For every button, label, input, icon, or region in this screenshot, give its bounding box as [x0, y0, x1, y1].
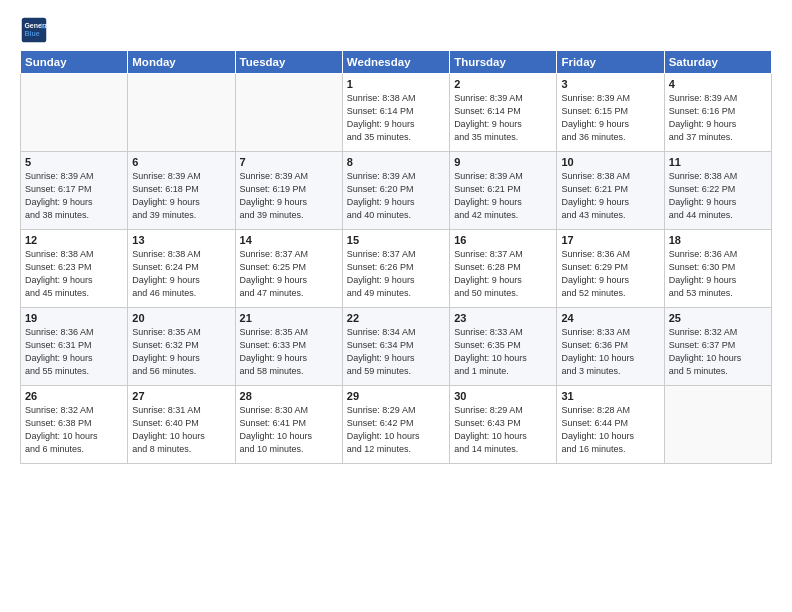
day-info: Sunrise: 8:34 AM Sunset: 6:34 PM Dayligh… — [347, 326, 445, 378]
day-number: 29 — [347, 390, 445, 402]
day-info: Sunrise: 8:38 AM Sunset: 6:22 PM Dayligh… — [669, 170, 767, 222]
day-info: Sunrise: 8:38 AM Sunset: 6:23 PM Dayligh… — [25, 248, 123, 300]
weekday-header-monday: Monday — [128, 51, 235, 74]
day-number: 18 — [669, 234, 767, 246]
calendar-cell — [128, 74, 235, 152]
calendar-cell: 10Sunrise: 8:38 AM Sunset: 6:21 PM Dayli… — [557, 152, 664, 230]
weekday-header-sunday: Sunday — [21, 51, 128, 74]
weekday-header-tuesday: Tuesday — [235, 51, 342, 74]
day-number: 22 — [347, 312, 445, 324]
weekday-header-row: SundayMondayTuesdayWednesdayThursdayFrid… — [21, 51, 772, 74]
day-info: Sunrise: 8:39 AM Sunset: 6:17 PM Dayligh… — [25, 170, 123, 222]
day-info: Sunrise: 8:39 AM Sunset: 6:20 PM Dayligh… — [347, 170, 445, 222]
day-number: 15 — [347, 234, 445, 246]
calendar-cell: 13Sunrise: 8:38 AM Sunset: 6:24 PM Dayli… — [128, 230, 235, 308]
calendar-cell: 8Sunrise: 8:39 AM Sunset: 6:20 PM Daylig… — [342, 152, 449, 230]
calendar-cell: 24Sunrise: 8:33 AM Sunset: 6:36 PM Dayli… — [557, 308, 664, 386]
calendar-cell: 28Sunrise: 8:30 AM Sunset: 6:41 PM Dayli… — [235, 386, 342, 464]
weekday-header-wednesday: Wednesday — [342, 51, 449, 74]
day-number: 21 — [240, 312, 338, 324]
day-info: Sunrise: 8:39 AM Sunset: 6:19 PM Dayligh… — [240, 170, 338, 222]
calendar-cell — [235, 74, 342, 152]
day-info: Sunrise: 8:33 AM Sunset: 6:36 PM Dayligh… — [561, 326, 659, 378]
day-number: 10 — [561, 156, 659, 168]
calendar-cell: 14Sunrise: 8:37 AM Sunset: 6:25 PM Dayli… — [235, 230, 342, 308]
weekday-header-saturday: Saturday — [664, 51, 771, 74]
calendar-cell: 9Sunrise: 8:39 AM Sunset: 6:21 PM Daylig… — [450, 152, 557, 230]
calendar-cell: 30Sunrise: 8:29 AM Sunset: 6:43 PM Dayli… — [450, 386, 557, 464]
day-number: 23 — [454, 312, 552, 324]
week-row-2: 5Sunrise: 8:39 AM Sunset: 6:17 PM Daylig… — [21, 152, 772, 230]
calendar-cell: 19Sunrise: 8:36 AM Sunset: 6:31 PM Dayli… — [21, 308, 128, 386]
calendar-cell: 22Sunrise: 8:34 AM Sunset: 6:34 PM Dayli… — [342, 308, 449, 386]
day-info: Sunrise: 8:39 AM Sunset: 6:14 PM Dayligh… — [454, 92, 552, 144]
calendar-cell: 25Sunrise: 8:32 AM Sunset: 6:37 PM Dayli… — [664, 308, 771, 386]
day-info: Sunrise: 8:35 AM Sunset: 6:32 PM Dayligh… — [132, 326, 230, 378]
calendar-cell: 27Sunrise: 8:31 AM Sunset: 6:40 PM Dayli… — [128, 386, 235, 464]
calendar-cell: 23Sunrise: 8:33 AM Sunset: 6:35 PM Dayli… — [450, 308, 557, 386]
day-info: Sunrise: 8:36 AM Sunset: 6:31 PM Dayligh… — [25, 326, 123, 378]
calendar-cell: 18Sunrise: 8:36 AM Sunset: 6:30 PM Dayli… — [664, 230, 771, 308]
svg-text:Blue: Blue — [24, 30, 39, 37]
day-info: Sunrise: 8:36 AM Sunset: 6:29 PM Dayligh… — [561, 248, 659, 300]
calendar-container: General Blue SundayMondayTuesdayWednesda… — [0, 0, 792, 612]
day-info: Sunrise: 8:32 AM Sunset: 6:37 PM Dayligh… — [669, 326, 767, 378]
day-number: 30 — [454, 390, 552, 402]
day-number: 31 — [561, 390, 659, 402]
day-info: Sunrise: 8:39 AM Sunset: 6:18 PM Dayligh… — [132, 170, 230, 222]
day-number: 4 — [669, 78, 767, 90]
calendar-cell — [21, 74, 128, 152]
calendar-cell: 3Sunrise: 8:39 AM Sunset: 6:15 PM Daylig… — [557, 74, 664, 152]
day-number: 3 — [561, 78, 659, 90]
day-info: Sunrise: 8:29 AM Sunset: 6:43 PM Dayligh… — [454, 404, 552, 456]
weekday-header-thursday: Thursday — [450, 51, 557, 74]
logo: General Blue — [20, 16, 52, 44]
calendar-cell — [664, 386, 771, 464]
day-number: 13 — [132, 234, 230, 246]
week-row-1: 1Sunrise: 8:38 AM Sunset: 6:14 PM Daylig… — [21, 74, 772, 152]
day-info: Sunrise: 8:39 AM Sunset: 6:21 PM Dayligh… — [454, 170, 552, 222]
day-info: Sunrise: 8:38 AM Sunset: 6:21 PM Dayligh… — [561, 170, 659, 222]
day-number: 6 — [132, 156, 230, 168]
calendar-cell: 6Sunrise: 8:39 AM Sunset: 6:18 PM Daylig… — [128, 152, 235, 230]
day-number: 19 — [25, 312, 123, 324]
day-info: Sunrise: 8:37 AM Sunset: 6:26 PM Dayligh… — [347, 248, 445, 300]
calendar-table: SundayMondayTuesdayWednesdayThursdayFrid… — [20, 50, 772, 464]
calendar-cell: 21Sunrise: 8:35 AM Sunset: 6:33 PM Dayli… — [235, 308, 342, 386]
day-number: 28 — [240, 390, 338, 402]
calendar-cell: 7Sunrise: 8:39 AM Sunset: 6:19 PM Daylig… — [235, 152, 342, 230]
day-number: 27 — [132, 390, 230, 402]
day-number: 11 — [669, 156, 767, 168]
day-number: 24 — [561, 312, 659, 324]
calendar-cell: 15Sunrise: 8:37 AM Sunset: 6:26 PM Dayli… — [342, 230, 449, 308]
calendar-cell: 31Sunrise: 8:28 AM Sunset: 6:44 PM Dayli… — [557, 386, 664, 464]
day-number: 5 — [25, 156, 123, 168]
day-info: Sunrise: 8:37 AM Sunset: 6:25 PM Dayligh… — [240, 248, 338, 300]
header: General Blue — [20, 16, 772, 44]
calendar-cell: 26Sunrise: 8:32 AM Sunset: 6:38 PM Dayli… — [21, 386, 128, 464]
day-number: 17 — [561, 234, 659, 246]
day-info: Sunrise: 8:35 AM Sunset: 6:33 PM Dayligh… — [240, 326, 338, 378]
calendar-cell: 1Sunrise: 8:38 AM Sunset: 6:14 PM Daylig… — [342, 74, 449, 152]
day-info: Sunrise: 8:31 AM Sunset: 6:40 PM Dayligh… — [132, 404, 230, 456]
week-row-3: 12Sunrise: 8:38 AM Sunset: 6:23 PM Dayli… — [21, 230, 772, 308]
day-number: 9 — [454, 156, 552, 168]
day-info: Sunrise: 8:39 AM Sunset: 6:16 PM Dayligh… — [669, 92, 767, 144]
day-number: 1 — [347, 78, 445, 90]
day-info: Sunrise: 8:37 AM Sunset: 6:28 PM Dayligh… — [454, 248, 552, 300]
day-info: Sunrise: 8:30 AM Sunset: 6:41 PM Dayligh… — [240, 404, 338, 456]
weekday-header-friday: Friday — [557, 51, 664, 74]
day-number: 26 — [25, 390, 123, 402]
calendar-cell: 29Sunrise: 8:29 AM Sunset: 6:42 PM Dayli… — [342, 386, 449, 464]
day-number: 7 — [240, 156, 338, 168]
calendar-cell: 5Sunrise: 8:39 AM Sunset: 6:17 PM Daylig… — [21, 152, 128, 230]
calendar-cell: 20Sunrise: 8:35 AM Sunset: 6:32 PM Dayli… — [128, 308, 235, 386]
day-info: Sunrise: 8:38 AM Sunset: 6:24 PM Dayligh… — [132, 248, 230, 300]
day-info: Sunrise: 8:29 AM Sunset: 6:42 PM Dayligh… — [347, 404, 445, 456]
calendar-cell: 11Sunrise: 8:38 AM Sunset: 6:22 PM Dayli… — [664, 152, 771, 230]
day-info: Sunrise: 8:36 AM Sunset: 6:30 PM Dayligh… — [669, 248, 767, 300]
calendar-cell: 4Sunrise: 8:39 AM Sunset: 6:16 PM Daylig… — [664, 74, 771, 152]
logo-icon: General Blue — [20, 16, 48, 44]
day-info: Sunrise: 8:33 AM Sunset: 6:35 PM Dayligh… — [454, 326, 552, 378]
calendar-cell: 16Sunrise: 8:37 AM Sunset: 6:28 PM Dayli… — [450, 230, 557, 308]
